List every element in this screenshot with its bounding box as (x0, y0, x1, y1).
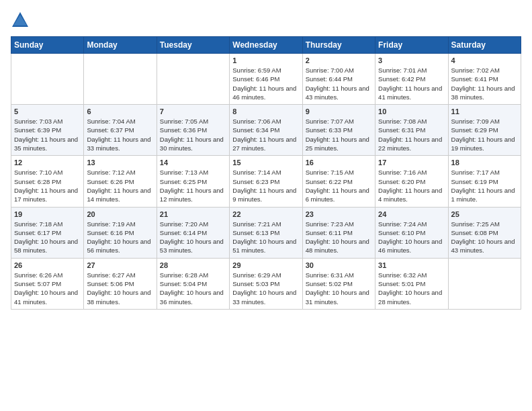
day-cell: 14Sunrise: 7:13 AM Sunset: 6:25 PM Dayli… (157, 156, 229, 207)
day-cell: 24Sunrise: 7:24 AM Sunset: 6:10 PM Dayli… (375, 207, 448, 258)
day-info: Sunrise: 7:15 AM Sunset: 6:22 PM Dayligh… (306, 168, 372, 203)
day-cell: 21Sunrise: 7:20 AM Sunset: 6:14 PM Dayli… (157, 207, 229, 258)
day-number: 30 (306, 261, 372, 269)
calendar-table: SundayMondayTuesdayWednesdayThursdayFrid… (11, 36, 521, 310)
day-info: Sunrise: 7:10 AM Sunset: 6:28 PM Dayligh… (14, 168, 81, 203)
day-number: 20 (87, 210, 153, 218)
day-cell: 8Sunrise: 7:06 AM Sunset: 6:34 PM Daylig… (230, 105, 302, 156)
day-info: Sunrise: 6:26 AM Sunset: 5:07 PM Dayligh… (14, 271, 81, 306)
day-cell: 18Sunrise: 7:17 AM Sunset: 6:19 PM Dayli… (448, 156, 521, 207)
day-cell: 31Sunrise: 6:32 AM Sunset: 5:01 PM Dayli… (375, 258, 448, 309)
day-cell: 20Sunrise: 7:19 AM Sunset: 6:16 PM Dayli… (84, 207, 157, 258)
day-info: Sunrise: 6:29 AM Sunset: 5:03 PM Dayligh… (232, 271, 299, 306)
weekday-header-thursday: Thursday (302, 37, 375, 54)
day-info: Sunrise: 7:18 AM Sunset: 6:17 PM Dayligh… (14, 220, 81, 255)
day-info: Sunrise: 7:14 AM Sunset: 6:23 PM Dayligh… (232, 168, 299, 203)
day-info: Sunrise: 7:20 AM Sunset: 6:14 PM Dayligh… (160, 220, 226, 255)
day-number: 18 (451, 158, 518, 167)
day-info: Sunrise: 7:05 AM Sunset: 6:36 PM Dayligh… (160, 117, 226, 152)
day-number: 15 (232, 158, 299, 167)
day-number: 9 (306, 107, 372, 116)
day-cell (11, 54, 84, 105)
day-number: 27 (87, 261, 153, 269)
day-info: Sunrise: 7:06 AM Sunset: 6:34 PM Dayligh… (232, 117, 299, 152)
day-info: Sunrise: 6:31 AM Sunset: 5:02 PM Dayligh… (306, 271, 372, 306)
day-number: 8 (232, 107, 299, 116)
weekday-header-monday: Monday (84, 37, 157, 54)
day-info: Sunrise: 6:32 AM Sunset: 5:01 PM Dayligh… (378, 271, 445, 306)
day-cell: 25Sunrise: 7:25 AM Sunset: 6:08 PM Dayli… (448, 207, 521, 258)
week-row-2: 5Sunrise: 7:03 AM Sunset: 6:39 PM Daylig… (11, 105, 521, 156)
day-info: Sunrise: 7:01 AM Sunset: 6:42 PM Dayligh… (378, 66, 445, 101)
day-number: 4 (451, 56, 518, 64)
day-number: 13 (87, 158, 153, 167)
day-info: Sunrise: 7:19 AM Sunset: 6:16 PM Dayligh… (87, 220, 153, 255)
day-info: Sunrise: 7:16 AM Sunset: 6:20 PM Dayligh… (378, 168, 445, 203)
day-cell (84, 54, 157, 105)
day-number: 14 (160, 158, 226, 167)
day-cell: 5Sunrise: 7:03 AM Sunset: 6:39 PM Daylig… (11, 105, 84, 156)
day-number: 11 (451, 107, 518, 116)
day-info: Sunrise: 7:24 AM Sunset: 6:10 PM Dayligh… (378, 220, 445, 255)
day-cell: 26Sunrise: 6:26 AM Sunset: 5:07 PM Dayli… (11, 258, 84, 309)
day-number: 31 (378, 261, 445, 269)
day-number: 16 (306, 158, 372, 167)
day-cell: 4Sunrise: 7:02 AM Sunset: 6:41 PM Daylig… (448, 54, 521, 105)
day-number: 22 (232, 210, 299, 218)
weekday-header-tuesday: Tuesday (157, 37, 229, 54)
day-cell: 23Sunrise: 7:23 AM Sunset: 6:11 PM Dayli… (302, 207, 375, 258)
day-info: Sunrise: 6:27 AM Sunset: 5:06 PM Dayligh… (87, 271, 153, 306)
day-number: 28 (160, 261, 226, 269)
day-number: 25 (451, 210, 518, 218)
day-cell: 22Sunrise: 7:21 AM Sunset: 6:13 PM Dayli… (230, 207, 302, 258)
day-cell: 30Sunrise: 6:31 AM Sunset: 5:02 PM Dayli… (302, 258, 375, 309)
day-number: 10 (378, 107, 445, 116)
week-row-4: 19Sunrise: 7:18 AM Sunset: 6:17 PM Dayli… (11, 207, 521, 258)
week-row-5: 26Sunrise: 6:26 AM Sunset: 5:07 PM Dayli… (11, 258, 521, 309)
day-number: 29 (232, 261, 299, 269)
day-number: 26 (14, 261, 81, 269)
svg-marker-1 (13, 15, 27, 26)
day-number: 7 (160, 107, 226, 116)
day-number: 3 (378, 56, 445, 64)
day-cell: 7Sunrise: 7:05 AM Sunset: 6:36 PM Daylig… (157, 105, 229, 156)
day-number: 21 (160, 210, 226, 218)
day-info: Sunrise: 7:07 AM Sunset: 6:33 PM Dayligh… (306, 117, 372, 152)
day-info: Sunrise: 7:23 AM Sunset: 6:11 PM Dayligh… (306, 220, 372, 255)
day-number: 2 (306, 56, 372, 64)
day-cell: 11Sunrise: 7:09 AM Sunset: 6:29 PM Dayli… (448, 105, 521, 156)
day-cell: 10Sunrise: 7:08 AM Sunset: 6:31 PM Dayli… (375, 105, 448, 156)
week-row-1: 1Sunrise: 6:59 AM Sunset: 6:46 PM Daylig… (11, 54, 521, 105)
day-number: 5 (14, 107, 81, 116)
day-cell: 19Sunrise: 7:18 AM Sunset: 6:17 PM Dayli… (11, 207, 84, 258)
day-info: Sunrise: 7:04 AM Sunset: 6:37 PM Dayligh… (87, 117, 153, 152)
day-info: Sunrise: 7:03 AM Sunset: 6:39 PM Dayligh… (14, 117, 81, 152)
weekday-header-friday: Friday (375, 37, 448, 54)
page-header (11, 11, 521, 30)
day-cell: 6Sunrise: 7:04 AM Sunset: 6:37 PM Daylig… (84, 105, 157, 156)
day-info: Sunrise: 7:12 AM Sunset: 6:26 PM Dayligh… (87, 168, 153, 203)
day-cell: 2Sunrise: 7:00 AM Sunset: 6:44 PM Daylig… (302, 54, 375, 105)
day-cell: 9Sunrise: 7:07 AM Sunset: 6:33 PM Daylig… (302, 105, 375, 156)
day-number: 12 (14, 158, 81, 167)
day-cell: 3Sunrise: 7:01 AM Sunset: 6:42 PM Daylig… (375, 54, 448, 105)
day-cell: 27Sunrise: 6:27 AM Sunset: 5:06 PM Dayli… (84, 258, 157, 309)
day-cell: 15Sunrise: 7:14 AM Sunset: 6:23 PM Dayli… (230, 156, 302, 207)
day-info: Sunrise: 7:25 AM Sunset: 6:08 PM Dayligh… (451, 220, 518, 255)
day-info: Sunrise: 7:02 AM Sunset: 6:41 PM Dayligh… (451, 66, 518, 101)
logo-icon (11, 11, 30, 30)
day-cell (448, 258, 521, 309)
logo (11, 11, 32, 30)
day-number: 23 (306, 210, 372, 218)
day-info: Sunrise: 7:09 AM Sunset: 6:29 PM Dayligh… (451, 117, 518, 152)
weekday-header-row: SundayMondayTuesdayWednesdayThursdayFrid… (11, 37, 521, 54)
day-cell: 29Sunrise: 6:29 AM Sunset: 5:03 PM Dayli… (230, 258, 302, 309)
day-number: 6 (87, 107, 153, 116)
day-number: 19 (14, 210, 81, 218)
day-cell: 1Sunrise: 6:59 AM Sunset: 6:46 PM Daylig… (230, 54, 302, 105)
weekday-header-wednesday: Wednesday (230, 37, 302, 54)
day-number: 17 (378, 158, 445, 167)
day-cell (157, 54, 229, 105)
day-number: 1 (232, 56, 299, 64)
weekday-header-sunday: Sunday (11, 37, 84, 54)
